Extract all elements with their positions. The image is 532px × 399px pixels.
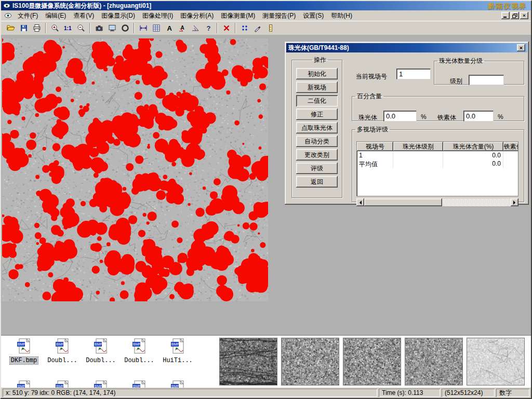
zoom-in-button[interactable] [48,22,61,34]
red-x-icon [222,24,231,32]
menu-edit[interactable]: 编辑(E) [42,10,70,22]
grading-group: 珠光体数量分级 级别 [434,57,524,85]
points-button[interactable] [238,22,251,34]
menu-image-processing[interactable]: 图像处理(I) [139,10,177,22]
rating-table-header: 视场号 珠光体级别 珠光体含量(%) 铁素体含量(%) [357,142,518,151]
restore-icon [512,14,517,18]
svg-text:BMP: BMP [95,342,103,346]
caliper-button[interactable] [137,22,150,34]
caliper-icon [139,24,148,32]
thumbnail-image[interactable] [405,338,463,385]
thumbnail-image[interactable] [281,338,339,385]
print-button[interactable] [30,22,43,34]
correct-button[interactable]: 修正 [296,109,338,120]
column-header-level: 珠光体级别 [393,142,443,151]
svg-text:1:1: 1:1 [64,25,72,31]
close-button[interactable]: × [520,12,528,19]
save-button[interactable] [17,22,30,34]
auto-classify-button[interactable]: 自动分类 [296,136,338,147]
bmp-file-icon: BMP [16,338,33,355]
scrollbar-thumb[interactable] [364,198,442,206]
table-row[interactable]: 1 0.0 [357,151,518,159]
scrollbar-track[interactable] [364,198,511,206]
thumbnail-image[interactable] [219,338,277,385]
file-panel: BMP DKF.bmp BMP Doubl... BMP [1,335,531,388]
file-item-partial[interactable]: BMP [44,380,81,388]
menu-settings[interactable]: 设置(S) [299,10,327,22]
bmp-file-icon: BMP [92,380,110,388]
file-item[interactable]: BMP Doubl... [82,338,119,364]
file-item-partial[interactable]: BMP [121,380,158,388]
table-row[interactable]: 平均值 0.0 [357,159,518,168]
current-field-label: 当前视场号 [356,72,387,81]
thumbnail-image[interactable] [467,338,525,385]
scroll-right-button[interactable] [511,198,518,206]
grid-icon [152,24,161,32]
pearlite-percent-unit: % [421,113,427,121]
toolbar: 1:1 [1,21,531,35]
toolbar-separator [235,23,236,33]
file-item[interactable]: BMP DKF.bmp [5,338,43,364]
thumbnail-image[interactable] [343,338,401,385]
pearlite-dialog: 珠光体(GB/T9441-88) × 操作 初始化 新视场 二值化 修正 点取珠… [285,42,529,205]
left-arrow-icon [357,201,362,205]
cell-level [393,159,443,168]
zoom-out-button[interactable] [74,22,87,34]
text-angle-button[interactable]: A [176,22,189,34]
cell-ferrite [503,151,518,159]
file-item[interactable]: BMP HuiTi... [159,338,196,364]
file-name: Doubl... [85,357,117,364]
menu-view[interactable]: 查看(V) [70,10,98,22]
menu-help[interactable]: 帮助(H) [327,10,356,22]
current-field-input[interactable] [396,69,431,79]
capture-button[interactable] [118,22,131,34]
actual-size-icon: 1:1 [63,24,73,32]
restore-button[interactable] [511,12,519,19]
file-item-partial[interactable]: BMP [159,380,196,388]
ruler-button[interactable] [264,22,277,34]
open-button[interactable] [4,22,17,34]
new-field-button[interactable]: 新视场 [296,82,338,93]
return-button[interactable]: 返回 [296,176,338,188]
minimize-button[interactable] [501,12,510,19]
delete-button[interactable] [220,22,233,34]
column-header-pearlite: 珠光体含量(%) [443,142,503,151]
ferrite-percent-input[interactable] [463,111,494,122]
display-button[interactable] [105,22,118,34]
menu-image-analysis[interactable]: 图像分析(A) [177,10,217,22]
picker-button[interactable] [251,22,264,34]
help-button[interactable]: ? [202,22,215,34]
app-eye-icon [3,2,10,9]
menu-measure-report[interactable]: 测量报告(P) [259,10,299,22]
grid-button[interactable] [150,22,163,34]
menu-image-measure[interactable]: 图像测量(M) [217,10,259,22]
text-button[interactable]: A [163,22,176,34]
dialog-title-bar[interactable]: 珠光体(GB/T9441-88) × [286,43,527,52]
pearlite-percent-input[interactable] [383,111,417,122]
dialog-close-button[interactable]: × [517,44,525,51]
menu-file[interactable]: 文件(F) [14,10,42,22]
level-input[interactable] [469,75,504,85]
actual-size-button[interactable]: 1:1 [61,22,74,34]
camera-button[interactable] [92,22,105,34]
file-item-partial[interactable]: BMP [82,380,119,388]
pick-pearlite-button[interactable]: 点取珠光体 [296,122,338,134]
points-icon [241,24,249,32]
change-class-button[interactable]: 更改类别 [296,149,338,161]
svg-text:BMP: BMP [56,342,64,346]
angle-button[interactable] [189,22,202,34]
rate-button[interactable]: 评级 [296,163,338,174]
file-item[interactable]: BMP Doubl... [44,338,81,364]
angle-icon [191,24,200,32]
file-item-partial[interactable]: BMP [5,380,43,388]
pearlite-label: 珠光体 [358,113,377,122]
zoom-in-icon [51,24,59,32]
help-icon: ? [204,24,212,32]
menu-image-display[interactable]: 图像显示(D) [98,10,139,22]
micrograph-image[interactable] [2,38,268,301]
scroll-left-button[interactable] [356,198,364,206]
file-item[interactable]: BMP Doubl... [121,338,158,364]
binarize-button[interactable]: 二值化 [296,95,338,107]
initialize-button[interactable]: 初始化 [296,68,338,79]
cell-pearlite: 0.0 [443,159,503,168]
